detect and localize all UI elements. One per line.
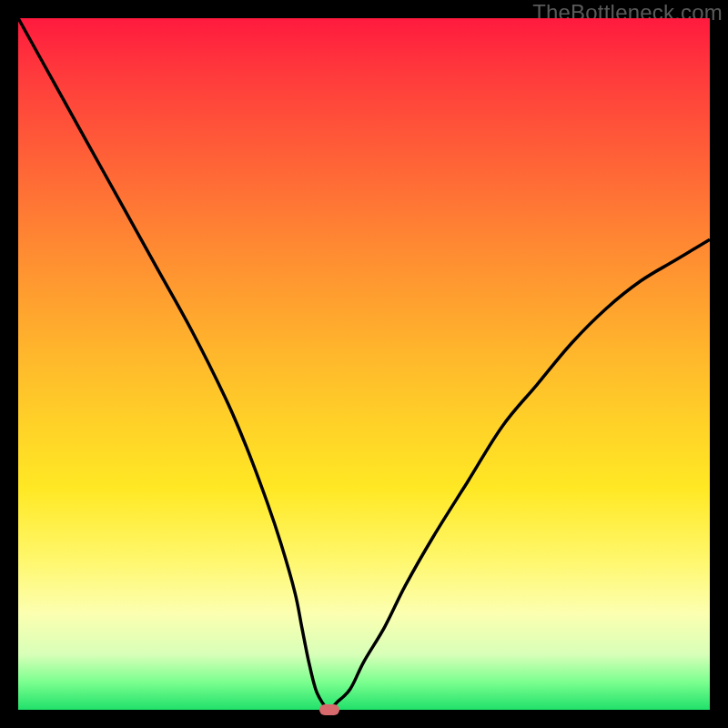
curve-path: [18, 18, 710, 710]
plot-area: [18, 18, 710, 710]
chart-frame: TheBottleneck.com: [0, 0, 728, 728]
minimum-marker: [319, 704, 339, 715]
bottleneck-curve: [18, 18, 710, 710]
